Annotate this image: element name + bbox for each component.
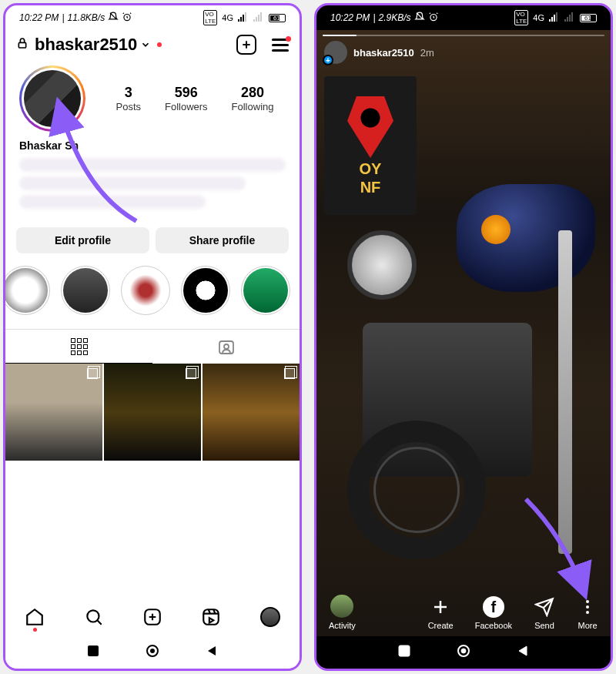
svg-rect-25 [564,19,566,22]
send-label: Send [534,621,554,630]
profile-info-row: 3 Posts 596 Followers 280 Following [5,62,300,135]
status-time: 10:22 PM [330,12,370,23]
highlight-item[interactable] [121,266,170,315]
svg-rect-28 [571,12,573,22]
highlight-item[interactable] [61,266,110,315]
story-header[interactable]: + bhaskar2510 2m [324,41,434,64]
signal-icon-2 [564,12,575,23]
story-highlights[interactable] [5,253,300,323]
highlight-item[interactable] [181,266,230,315]
android-system-nav [5,636,300,669]
android-back[interactable] [206,645,218,660]
followers-count: 596 [165,85,208,101]
android-system-nav [316,636,611,669]
facebook-icon: f [483,596,504,618]
svg-rect-3 [243,15,244,22]
carousel-icon [87,368,98,379]
followers-stat[interactable]: 596 Followers [165,85,208,112]
grid-icon [71,338,88,355]
tagged-tab[interactable] [152,330,300,364]
svg-rect-26 [567,17,568,22]
share-profile-button[interactable]: Share profile [156,227,289,253]
svg-point-12 [87,610,99,622]
profile-header: bhaskar2510 [5,30,300,62]
android-recents[interactable] [398,645,410,660]
post-thumbnail[interactable] [5,364,102,461]
status-bar: 10:22 PM | 2.9KB/s VOLTE 4G 61 [316,5,611,30]
status-net-speed: 11.8KB/s [68,12,105,23]
android-home[interactable] [457,644,470,661]
story-author-name: bhaskar2510 [353,47,414,59]
tagged-icon [217,337,236,356]
svg-marker-32 [519,646,527,656]
svg-rect-22 [551,17,553,22]
story-send-button[interactable]: Send [534,596,555,630]
carousel-icon [186,368,196,379]
android-back[interactable] [517,645,529,660]
following-label: Following [232,101,274,112]
lock-icon [16,36,28,53]
create-label: Create [428,621,454,630]
battery-icon: 61 [269,14,286,22]
highlight-item[interactable] [5,266,50,315]
signal-icon-2 [253,12,264,23]
svg-marker-18 [208,646,216,656]
create-post-button[interactable] [236,35,256,55]
svg-point-11 [224,344,229,349]
alarm-icon [122,12,132,25]
phone-right-story: 10:22 PM | 2.9KB/s VOLTE 4G 61 [314,3,613,671]
story-author-avatar: + [324,41,347,64]
story-create-button[interactable]: Create [428,596,454,630]
bottom-nav [5,598,300,636]
display-name: Bhaskar Sh [5,135,300,153]
alarm-icon [428,12,439,25]
posts-grid [5,364,300,461]
nav-reels[interactable] [201,607,221,627]
bio-redacted [19,158,286,220]
story-progress-bar [323,35,604,36]
status-right: VOLTE 4G 61 [203,10,286,25]
following-stat[interactable]: 280 Following [232,85,274,112]
nav-create[interactable] [142,607,162,627]
edit-profile-button[interactable]: Edit profile [16,227,149,253]
nav-search[interactable] [84,607,104,627]
profile-avatar-story-ring[interactable] [19,65,85,132]
android-home[interactable] [146,644,159,661]
story-viewer[interactable]: OY NF + bhaskar2510 2m Activity [316,30,611,636]
post-thumbnail[interactable] [203,364,300,461]
story-facebook-button[interactable]: f Facebook [475,596,512,630]
svg-rect-29 [399,645,410,656]
status-bar: 10:22 PM | 11.8KB/s VOLTE 4G 61 [5,5,300,30]
svg-rect-23 [554,15,555,22]
signal-icon [238,12,249,23]
do-not-disturb-icon [108,12,119,25]
highlight-item[interactable] [241,266,290,315]
add-story-plus-icon: + [323,55,333,65]
story-actions-bar: Activity Create f Facebook Send [316,595,611,630]
svg-rect-7 [258,15,259,22]
story-activity-button[interactable]: Activity [329,595,356,630]
status-left: 10:22 PM | 2.9KB/s [330,12,439,25]
profile-avatar [24,70,81,127]
new-content-dot [157,42,162,47]
post-thumbnail[interactable] [104,364,201,461]
posts-grid-tab[interactable] [5,330,152,364]
phone-left-profile: 10:22 PM | 11.8KB/s VOLTE 4G 61 [3,3,302,671]
menu-button[interactable] [272,39,289,52]
posts-label: Posts [116,101,141,112]
network-type: 4G [222,13,233,22]
android-recents[interactable] [87,645,99,660]
more-icon [577,596,598,618]
status-left: 10:22 PM | 11.8KB/s [19,12,132,25]
posts-stat[interactable]: 3 Posts [116,85,141,112]
followers-label: Followers [165,101,208,112]
username-dropdown[interactable]: bhaskar2510 [35,35,162,55]
nav-home[interactable] [25,607,45,627]
chevron-down-icon [140,39,151,50]
status-net-speed: 2.9KB/s [379,12,411,23]
svg-point-17 [150,649,155,653]
nav-profile[interactable] [260,607,280,627]
story-more-button[interactable]: More [577,596,598,630]
posts-count: 3 [116,85,141,101]
status-time: 10:22 PM [19,12,59,23]
